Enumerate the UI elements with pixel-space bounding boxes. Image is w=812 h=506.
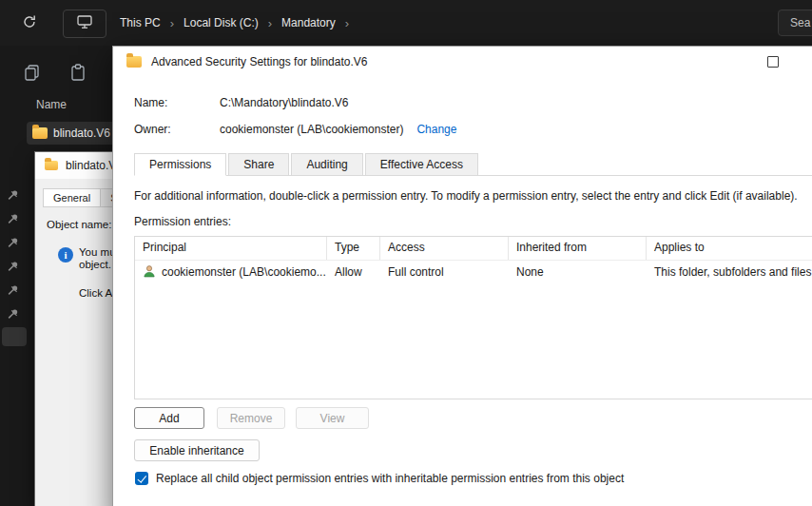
permission-entries-table: Principal Type Access Inherited from App…: [134, 236, 812, 399]
checkbox-checked-icon[interactable]: [135, 472, 148, 485]
name-value: C:\Mandatory\blindato.V6: [220, 96, 348, 109]
tab-effective-access[interactable]: Effective Access: [365, 153, 478, 176]
column-header-type[interactable]: Type: [327, 237, 380, 260]
file-row-blindato[interactable]: blindato.V6: [27, 122, 112, 145]
cell-principal: cookiemonster (LAB\cookiemo...: [162, 265, 326, 279]
pin-icon[interactable]: [7, 188, 20, 202]
cell-type: Allow: [327, 265, 380, 279]
chevron-right-icon: ›: [168, 16, 176, 30]
refresh-icon: [22, 14, 37, 33]
permission-entries-label: Permission entries:: [134, 215, 231, 228]
enable-inheritance-button[interactable]: Enable inheritance: [134, 439, 260, 461]
pin-icon[interactable]: [7, 212, 20, 225]
advanced-security-dialog: Advanced Security Settings for blindato.…: [112, 46, 812, 506]
column-header-access[interactable]: Access: [380, 237, 509, 260]
pin-icon[interactable]: [7, 283, 20, 297]
paste-icon[interactable]: [68, 63, 87, 82]
breadcrumb: This PC › Local Disk (C:) › Mandatory ›: [112, 10, 351, 36]
folder-icon: [45, 161, 58, 170]
cell-access: Full control: [380, 265, 509, 279]
table-header-row: Principal Type Access Inherited from App…: [135, 237, 812, 261]
refresh-button[interactable]: [19, 13, 40, 34]
chevron-right-icon: ›: [343, 16, 351, 30]
search-box[interactable]: Sea: [778, 10, 812, 36]
pin-icon[interactable]: [7, 236, 20, 249]
user-icon: [143, 264, 156, 281]
column-header-principal[interactable]: Principal: [135, 237, 327, 260]
folder-icon: [126, 56, 142, 68]
tab-general[interactable]: General: [43, 188, 101, 207]
cell-inherited-from: None: [509, 265, 647, 279]
dialog-title: Advanced Security Settings for blindato.…: [151, 55, 367, 68]
dialog-titlebar: Advanced Security Settings for blindato.…: [113, 47, 812, 77]
owner-label: Owner:: [134, 123, 220, 136]
properties-dialog-title: blindato.V: [66, 159, 116, 172]
view-button[interactable]: View: [296, 407, 369, 429]
maximize-button[interactable]: [751, 47, 795, 77]
remove-button[interactable]: Remove: [217, 407, 285, 429]
screen: This PC › Local Disk (C:) › Mandatory › …: [0, 0, 812, 506]
this-pc-monitor-icon: [76, 14, 93, 33]
file-name-label: blindato.V6: [53, 126, 110, 140]
column-header-inherited-from[interactable]: Inherited from: [509, 237, 647, 260]
rail-selected-item[interactable]: [2, 327, 27, 346]
tab-share[interactable]: Share: [228, 153, 289, 176]
security-tabs: Permissions Share Auditing Effective Acc…: [134, 153, 812, 176]
name-label: Name:: [134, 96, 220, 109]
name-field-row: Name: C:\Mandatory\blindato.V6: [134, 96, 348, 109]
folder-icon: [32, 127, 48, 139]
search-box-text: Sea: [790, 16, 810, 29]
replace-permissions-checkbox-row[interactable]: Replace all child object permission entr…: [135, 472, 624, 485]
cell-applies-to: This folder, subfolders and files: [647, 265, 812, 279]
change-owner-link[interactable]: Change: [416, 123, 456, 136]
tab-permissions[interactable]: Permissions: [134, 153, 226, 176]
tab-auditing[interactable]: Auditing: [291, 153, 362, 176]
breadcrumb-local-disk-c[interactable]: Local Disk (C:): [176, 16, 266, 29]
add-button[interactable]: Add: [134, 407, 204, 429]
owner-value: cookiemonster (LAB\cookiemonster): [220, 123, 403, 136]
copy-icon[interactable]: [23, 63, 42, 82]
checkbox-label: Replace all child object permission entr…: [156, 472, 624, 485]
owner-field-row: Owner: cookiemonster (LAB\cookiemonster)…: [134, 123, 456, 136]
table-row[interactable]: cookiemonster (LAB\cookiemo... Allow Ful…: [135, 261, 812, 283]
info-icon: [58, 247, 73, 263]
column-header-applies-to[interactable]: Applies to: [647, 237, 812, 260]
column-header-name[interactable]: Name: [36, 98, 67, 111]
maximize-icon: [767, 56, 779, 68]
address-location-button[interactable]: [63, 10, 106, 38]
breadcrumb-mandatory[interactable]: Mandatory: [274, 16, 343, 29]
pin-icon[interactable]: [7, 260, 20, 273]
instruction-text: For additional information, double-click…: [134, 189, 812, 203]
breadcrumb-this-pc[interactable]: This PC: [112, 16, 168, 29]
pin-icon[interactable]: [7, 307, 20, 321]
chevron-right-icon: ›: [266, 16, 274, 30]
explorer-toolbar: This PC › Local Disk (C:) › Mandatory › …: [0, 0, 812, 46]
object-name-label: Object name:: [47, 219, 111, 230]
